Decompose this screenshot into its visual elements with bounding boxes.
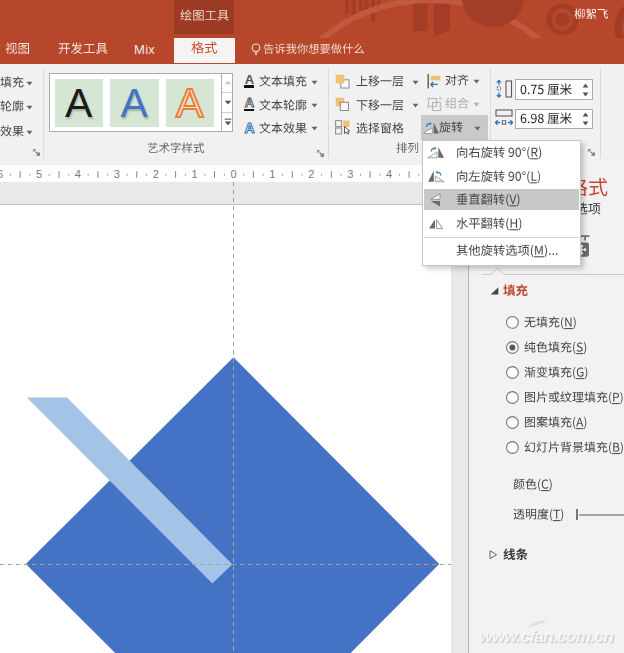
svg-text:4: 4 <box>386 168 392 180</box>
svg-text:1: 1 <box>192 168 198 180</box>
svg-text:6: 6 <box>0 168 3 180</box>
svg-text:3: 3 <box>114 168 120 180</box>
svg-text:0: 0 <box>230 168 236 180</box>
svg-text:4: 4 <box>75 168 81 180</box>
svg-text:3: 3 <box>347 168 353 180</box>
svg-text:2: 2 <box>153 168 159 180</box>
svg-text:5: 5 <box>36 168 42 180</box>
svg-text:1: 1 <box>269 168 275 180</box>
svg-text:2: 2 <box>308 168 314 180</box>
